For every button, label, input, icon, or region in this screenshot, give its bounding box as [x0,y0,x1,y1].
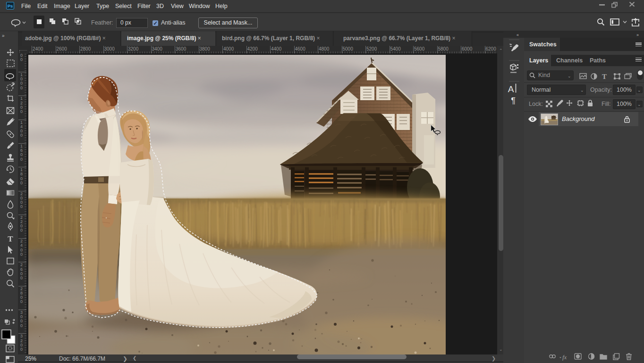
svg-text:A: A [508,84,514,94]
svg-text:¶: ¶ [511,96,516,105]
svg-text:T: T [8,234,13,243]
svg-text:T: T [602,73,607,80]
svg-text:fx: fx [562,354,567,361]
